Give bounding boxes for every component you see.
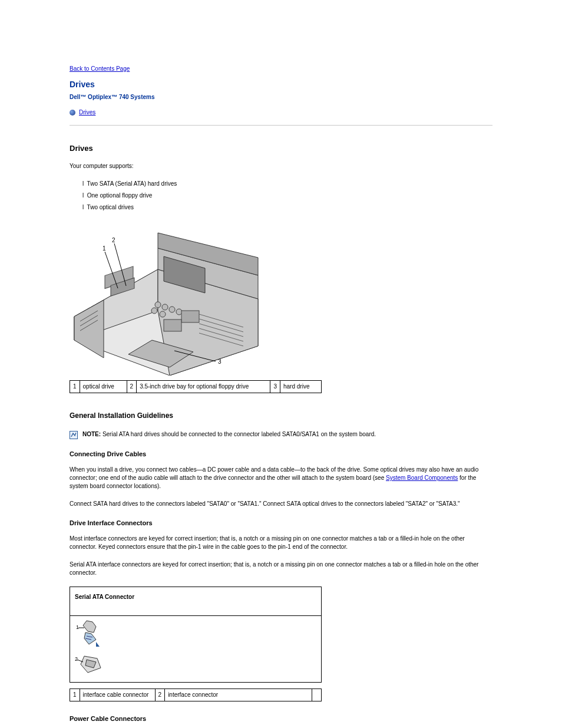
fig1-cell-1n: 1 [70, 380, 80, 393]
svg-rect-18 [181, 311, 199, 322]
svg-text:1: 1 [103, 245, 106, 252]
fig1-cell-2n: 2 [127, 380, 137, 393]
sata-connector-svg: 1 2 [72, 620, 118, 678]
svg-point-17 [160, 311, 166, 317]
svg-marker-3 [74, 300, 104, 358]
bullet-icon [70, 110, 75, 116]
figure2-label-table: 1 interface cable connector 2 interface … [70, 689, 322, 701]
fig2-cell-empty [312, 689, 322, 701]
divider [70, 125, 492, 126]
svg-text:2: 2 [112, 237, 115, 243]
note-icon [70, 431, 78, 439]
sata-connector-box-header: Serial ATA Connector [70, 587, 321, 616]
chassis-diagram-svg: 1 2 3 [70, 222, 264, 375]
connecting-heading: Connecting Drive Cables [70, 450, 492, 459]
keyed-para-1: Most interface connectors are keyed for … [70, 535, 492, 551]
guidelines-heading: General Installation Guidelines [70, 411, 492, 421]
svg-point-16 [151, 308, 157, 314]
supports-text: Your computer supports: [70, 162, 492, 170]
fig1-cell-3t: hard drive [280, 380, 322, 393]
chassis-figure: 1 2 3 [70, 222, 492, 375]
fig2-cell-2t: interface connector [165, 689, 312, 701]
section-heading-drives: Drives [70, 143, 492, 154]
support-item-2: l One optional floppy drive [82, 192, 492, 200]
support-item-3: l Two optical drives [82, 203, 492, 212]
power-heading: Power Cable Connectors [70, 714, 492, 723]
fig1-cell-1t: optical drive [80, 380, 127, 393]
svg-point-12 [155, 302, 161, 308]
connecting-para-1: When you install a drive, you connect tw… [70, 466, 492, 490]
fig2-cell-1n: 1 [70, 689, 80, 701]
system-board-components-link[interactable]: System Board Components [386, 475, 458, 481]
svg-text:1: 1 [76, 624, 79, 630]
svg-point-13 [162, 304, 168, 310]
note-text: NOTE: Serial ATA hard drives should be c… [82, 430, 376, 439]
svg-text:2: 2 [75, 656, 78, 662]
page-title: Drives [70, 79, 492, 91]
sata-connector-box: Serial ATA Connector 1 2 [70, 587, 322, 683]
fig2-cell-1t: interface cable connector [80, 689, 155, 701]
document-subtitle: Dell™ Optiplex™ 740 Systems [70, 93, 492, 101]
fig1-cell-3n: 3 [270, 380, 280, 393]
support-item-1: l Two SATA (Serial ATA) hard drives [82, 180, 492, 188]
sata-connector-box-body: 1 2 [70, 616, 321, 682]
keyed-para-2: Serial ATA interface connectors are keye… [70, 561, 492, 577]
svg-point-14 [169, 307, 175, 312]
note-row: NOTE: Serial ATA hard drives should be c… [70, 430, 492, 439]
toc-drives-link[interactable]: Drives [79, 108, 95, 117]
svg-text:3: 3 [218, 358, 222, 365]
toc-bullet-row: Drives [70, 108, 492, 117]
connecting-para-2: Connect SATA hard drives to the connecto… [70, 500, 492, 508]
back-to-contents-link[interactable]: Back to Contents Page [70, 65, 492, 73]
fig1-cell-2t: 3.5-inch drive bay for optional floppy d… [137, 380, 270, 393]
interface-heading: Drive Interface Connectors [70, 519, 492, 528]
figure1-label-table: 1 optical drive 2 3.5-inch drive bay for… [70, 380, 322, 393]
svg-rect-19 [164, 319, 181, 331]
fig2-cell-2n: 2 [155, 689, 165, 701]
